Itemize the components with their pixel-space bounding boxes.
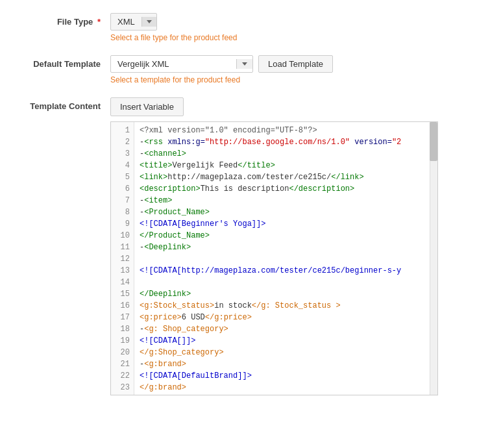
code-line: <g:Stock_status>in stock</g: Stock_statu… (140, 300, 432, 312)
default-template-label-text: Default Template (33, 59, 101, 69)
line-number: 3 (111, 148, 134, 160)
default-template-row: Default Template Vergelijk XML Load Temp… (19, 55, 458, 84)
file-type-row: File Type * XML Select a file type for t… (19, 13, 458, 42)
code-line: <link>http://mageplaza.com/tester/ce215c… (140, 171, 432, 183)
code-line: <![CDATA[DefaultBrand]]> (140, 370, 432, 382)
code-line: </g:brand> (140, 382, 432, 393)
default-template-content: Vergelijk XML Load Template Select a tem… (110, 55, 458, 84)
code-line (140, 277, 432, 288)
template-select-value: Vergelijk XML (111, 56, 236, 72)
insert-variable-button[interactable]: Insert Variable (110, 97, 184, 116)
line-number: 6 (111, 183, 134, 195)
code-line: -<rss xmlns:g="http://base.google.com/ns… (140, 136, 432, 148)
file-type-hint: Select a file type for the product feed (110, 33, 458, 42)
line-number: 9 (111, 218, 134, 230)
file-type-value: XML (111, 14, 141, 30)
code-line: </Deeplink> (140, 288, 432, 300)
code-line: -<item> (140, 195, 432, 206)
line-number: 13 (111, 265, 134, 277)
line-number: 4 (111, 160, 134, 171)
file-type-input-wrapper: XML (110, 13, 458, 31)
line-number: 8 (111, 206, 134, 218)
arrow-down-icon (242, 62, 247, 66)
line-number: 16 (111, 300, 134, 312)
line-number: 17 (111, 312, 134, 323)
line-number: 23 (111, 382, 134, 393)
code-line: <?xml version="1.0" encoding="UTF-8"?> (140, 125, 432, 136)
scrollbar[interactable] (430, 122, 437, 395)
code-line: <![CDATA[http://mageplaza.com/tester/ce2… (140, 265, 432, 277)
code-line: <![CDATA[]]> (140, 335, 432, 347)
code-line: -<Deeplink> (140, 242, 432, 253)
line-number: 1 (111, 125, 134, 136)
line-number: 22 (111, 370, 134, 382)
line-number: 5 (111, 171, 134, 183)
template-content-label: Template Content (19, 97, 110, 111)
line-number: 21 (111, 358, 134, 370)
scrollbar-thumb[interactable] (430, 122, 437, 161)
code-line: <g:price>6 USD</g:price> (140, 312, 432, 323)
code-line: <![CDATA[Beginner's Yoga]]> (140, 218, 432, 230)
code-editor-inner: 1234567891011121314151617181920212223 <?… (111, 122, 437, 395)
required-indicator: * (97, 17, 101, 27)
code-line: -<g: Shop_category> (140, 323, 432, 335)
line-number: 19 (111, 335, 134, 347)
code-line: -<channel> (140, 148, 432, 160)
file-type-label: File Type * (19, 13, 110, 27)
load-template-button[interactable]: Load Template (258, 55, 333, 73)
template-input-wrapper: Vergelijk XML Load Template (110, 55, 458, 73)
code-content[interactable]: <?xml version="1.0" encoding="UTF-8"?>-<… (134, 122, 437, 395)
code-line (140, 253, 432, 265)
file-type-select[interactable]: XML (110, 13, 157, 31)
default-template-label: Default Template (19, 55, 110, 69)
file-type-dropdown-arrow[interactable] (141, 17, 156, 27)
code-editor[interactable]: 1234567891011121314151617181920212223 <?… (110, 121, 438, 395)
line-numbers: 1234567891011121314151617181920212223 (111, 122, 134, 395)
default-template-hint: Select a template for the product feed (110, 75, 458, 84)
file-type-label-text: File Type (57, 17, 93, 27)
template-content-row: Template Content Insert Variable 1234567… (19, 97, 458, 395)
line-number: 15 (111, 288, 134, 300)
line-number: 18 (111, 323, 134, 335)
line-number: 2 (111, 136, 134, 148)
template-content-area: Insert Variable 123456789101112131415161… (110, 97, 458, 395)
line-number: 10 (111, 230, 134, 242)
code-line: <title>Vergelijk Feed</title> (140, 160, 432, 171)
template-dropdown-arrow[interactable] (236, 59, 252, 69)
line-number: 14 (111, 277, 134, 288)
template-select[interactable]: Vergelijk XML (110, 55, 253, 73)
line-number: 7 (111, 195, 134, 206)
code-line: -<g:brand> (140, 358, 432, 370)
code-line: <description>This is description</descri… (140, 183, 432, 195)
code-line: </g:Shop_category> (140, 347, 432, 358)
file-type-content: XML Select a file type for the product f… (110, 13, 458, 42)
code-line: </Product_Name> (140, 230, 432, 242)
line-number: 20 (111, 347, 134, 358)
arrow-down-icon (147, 20, 152, 23)
template-content-label-text: Template Content (30, 101, 101, 111)
code-line: -<Product_Name> (140, 206, 432, 218)
line-number: 12 (111, 253, 134, 265)
line-number: 11 (111, 242, 134, 253)
